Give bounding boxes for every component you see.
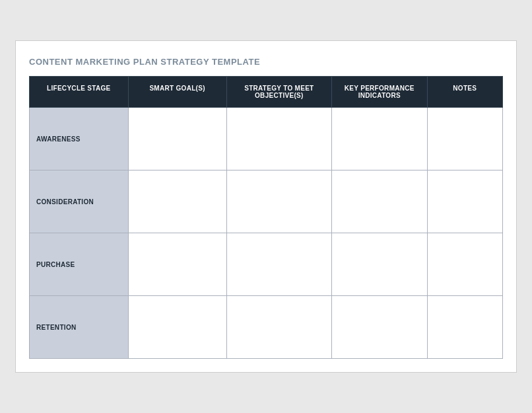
kpi-purchase[interactable]: [332, 233, 428, 296]
page-title: CONTENT MARKETING PLAN STRATEGY TEMPLATE: [29, 57, 503, 67]
table-row: CONSIDERATION: [30, 170, 503, 233]
header-strategy: STRATEGY TO MEET OBJECTIVE(S): [226, 77, 331, 108]
strategy-retention[interactable]: [226, 296, 331, 359]
stage-purchase: PURCHASE: [30, 233, 129, 296]
stage-retention: RETENTION: [30, 296, 129, 359]
strategy-consideration[interactable]: [226, 170, 331, 233]
strategy-awareness[interactable]: [226, 108, 331, 170]
stage-consideration: CONSIDERATION: [30, 170, 129, 233]
table-row: RETENTION: [30, 296, 503, 359]
smart-purchase[interactable]: [128, 233, 226, 296]
notes-consideration[interactable]: [427, 170, 502, 233]
kpi-consideration[interactable]: [332, 170, 428, 233]
notes-purchase[interactable]: [427, 233, 502, 296]
table-header-row: LIFECYCLE STAGE SMART GOAL(S) STRATEGY T…: [30, 77, 503, 108]
header-smart: SMART GOAL(S): [128, 77, 226, 108]
strategy-purchase[interactable]: [226, 233, 331, 296]
header-lifecycle: LIFECYCLE STAGE: [30, 77, 129, 108]
stage-awareness: AWARENESS: [30, 108, 129, 170]
page-container: CONTENT MARKETING PLAN STRATEGY TEMPLATE…: [15, 40, 517, 373]
smart-consideration[interactable]: [128, 170, 226, 233]
header-notes: NOTES: [427, 77, 502, 108]
header-kpi: KEY PERFORMANCE INDICATORS: [332, 77, 428, 108]
smart-retention[interactable]: [128, 296, 226, 359]
kpi-retention[interactable]: [332, 296, 428, 359]
kpi-awareness[interactable]: [332, 108, 428, 170]
notes-retention[interactable]: [427, 296, 502, 359]
table-row: PURCHASE: [30, 233, 503, 296]
strategy-table: LIFECYCLE STAGE SMART GOAL(S) STRATEGY T…: [29, 76, 503, 359]
smart-awareness[interactable]: [128, 108, 226, 170]
table-row: AWARENESS: [30, 108, 503, 170]
notes-awareness[interactable]: [427, 108, 502, 170]
